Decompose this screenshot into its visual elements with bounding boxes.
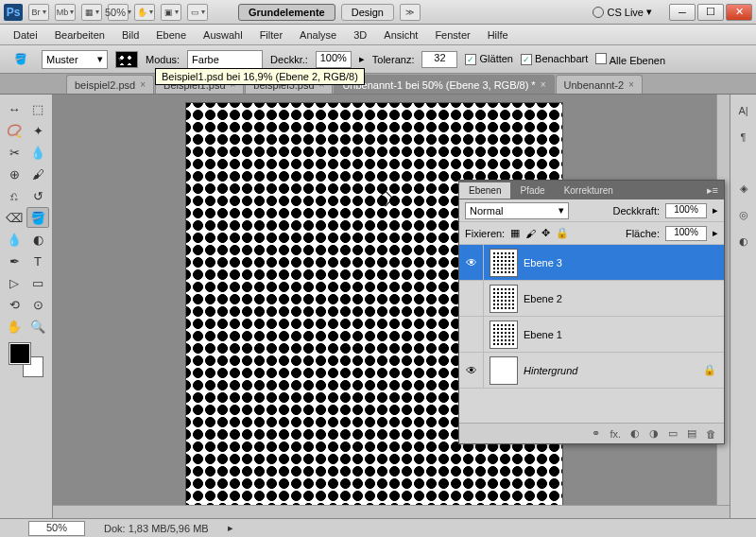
layer-name[interactable]: Hintergrund (524, 365, 577, 376)
heal-tool[interactable]: ⊕ (3, 164, 26, 184)
workspace-more-button[interactable]: ≫ (400, 4, 421, 21)
layer-thumb[interactable] (490, 320, 518, 349)
screen-mode-button[interactable]: ▭ (187, 4, 208, 21)
layer-name[interactable]: Ebene 3 (524, 257, 562, 268)
eraser-tool[interactable]: ⌫ (3, 207, 26, 228)
lock-position-icon[interactable]: ✥ (541, 227, 550, 239)
layer-thumb[interactable] (490, 356, 518, 385)
character-panel-icon[interactable]: A| (733, 100, 754, 121)
tab-beispiel2[interactable]: beispiel2.psd× (66, 75, 154, 94)
cslive-button[interactable]: CS Live ▾ (587, 4, 658, 20)
menu-bearbeiten[interactable]: Bearbeiten (47, 26, 112, 43)
zoom-tool[interactable]: 🔍 (26, 316, 49, 337)
group-icon[interactable]: ▭ (668, 427, 678, 440)
layer-name[interactable]: Ebene 1 (524, 329, 562, 340)
blend-mode-select[interactable]: Normal▾ (465, 202, 569, 219)
mask-icon[interactable]: ◐ (630, 427, 640, 440)
3d-camera-tool[interactable]: ⊙ (26, 294, 49, 315)
menu-datei[interactable]: Datei (6, 26, 45, 43)
channels-panel-icon[interactable]: ◎ (733, 204, 754, 225)
tolerance-input[interactable]: 32 (421, 51, 457, 68)
visibility-toggle[interactable]: 👁 (459, 245, 484, 280)
antialias-checkbox[interactable]: ✓ Glätten (465, 53, 513, 65)
move-tool[interactable]: ↔ (3, 98, 26, 119)
menu-ansicht[interactable]: Ansicht (376, 26, 425, 43)
minibridge-button[interactable]: Mb (55, 4, 76, 21)
visibility-toggle[interactable] (459, 317, 484, 352)
brush-tool[interactable]: 🖌 (26, 164, 49, 184)
panel-menu-icon[interactable]: ▸≡ (701, 184, 724, 197)
menu-bild[interactable]: Bild (114, 26, 146, 43)
pattern-swatch[interactable] (115, 51, 138, 68)
eyedropper-tool[interactable]: 💧 (26, 142, 49, 163)
paths-panel-icon[interactable]: ◐ (733, 231, 754, 251)
stamp-tool[interactable]: ⎌ (3, 185, 26, 206)
close-icon[interactable]: × (541, 79, 546, 90)
panel-tab-pfade[interactable]: Pfade (510, 182, 554, 199)
zoom-input[interactable]: 50% (28, 521, 85, 536)
layer-row[interactable]: Ebene 2 (459, 281, 724, 317)
contiguous-checkbox[interactable]: ✓ Benachbart (521, 53, 588, 65)
workspace-grundelemente[interactable]: Grundelemente (238, 4, 335, 21)
panel-tab-ebenen[interactable]: Ebenen (459, 182, 510, 199)
menu-analyse[interactable]: Analyse (292, 26, 344, 43)
minimize-button[interactable]: ─ (669, 4, 696, 21)
fg-color-swatch[interactable] (9, 343, 30, 364)
trash-icon[interactable]: 🗑 (706, 428, 716, 440)
tab-unbenannt1[interactable]: Unbenannt-1 bei 50% (Ebene 3, RGB/8) *× (334, 75, 554, 94)
new-layer-icon[interactable]: ▤ (687, 427, 696, 440)
mode-select[interactable]: Farbe (187, 50, 263, 69)
zoom-dropdown[interactable]: 50% (108, 4, 129, 21)
menu-ebene[interactable]: Ebene (148, 26, 194, 43)
layer-row[interactable]: Ebene 1 (459, 317, 724, 353)
menu-filter[interactable]: Filter (252, 26, 290, 43)
lock-pixels-icon[interactable]: 🖌 (525, 228, 536, 239)
close-button[interactable]: ✕ (726, 4, 752, 21)
layer-row[interactable]: 👁 Ebene 3 (459, 245, 724, 281)
wand-tool[interactable]: ✦ (26, 120, 49, 141)
arrange-button[interactable]: ▣ (161, 4, 181, 21)
visibility-toggle[interactable] (459, 281, 484, 316)
fx-icon[interactable]: fx. (610, 428, 621, 440)
shape-tool[interactable]: ▭ (26, 272, 49, 293)
menu-hilfe[interactable]: Hilfe (480, 26, 516, 43)
hand-tool[interactable]: ✋ (3, 316, 26, 337)
adjustment-icon[interactable]: ◑ (649, 427, 659, 440)
horizontal-scrollbar[interactable] (53, 505, 730, 518)
type-tool[interactable]: T (26, 251, 49, 271)
hand-tool-button[interactable]: ✋ (134, 4, 155, 21)
layer-thumb[interactable] (490, 285, 518, 313)
layers-panel-icon[interactable]: ◈ (733, 178, 754, 199)
tab-unbenannt2[interactable]: Unbenannt-2× (556, 75, 643, 94)
path-tool[interactable]: ▷ (3, 272, 26, 293)
fill-source-select[interactable]: Muster▾ (42, 50, 108, 69)
opacity-input[interactable]: 100% (316, 51, 352, 68)
layer-fill-input[interactable]: 100% (665, 226, 707, 241)
color-swatches[interactable] (9, 343, 43, 377)
dodge-tool[interactable]: ◐ (26, 229, 49, 250)
workspace-design[interactable]: Design (341, 4, 394, 21)
lasso-tool[interactable]: 📿 (3, 120, 26, 141)
layer-row[interactable]: 👁 Hintergrund 🔒 (459, 353, 724, 389)
layer-thumb[interactable] (490, 249, 518, 277)
crop-tool[interactable]: ✂ (3, 142, 26, 163)
bridge-button[interactable]: Br (28, 4, 49, 21)
lock-transparency-icon[interactable]: ▦ (510, 227, 520, 239)
close-icon[interactable]: × (140, 79, 146, 90)
lock-all-icon[interactable]: 🔒 (556, 227, 569, 239)
visibility-toggle[interactable]: 👁 (459, 353, 484, 388)
layer-opacity-input[interactable]: 100% (665, 203, 707, 218)
menu-auswahl[interactable]: Auswahl (196, 26, 250, 43)
maximize-button[interactable]: ☐ (697, 4, 724, 21)
3d-tool[interactable]: ⟲ (3, 294, 26, 315)
close-icon[interactable]: × (628, 79, 634, 90)
history-brush-tool[interactable]: ↺ (26, 185, 49, 206)
marquee-tool[interactable]: ⬚ (26, 98, 49, 119)
blur-tool[interactable]: 💧 (3, 229, 26, 250)
all-layers-checkbox[interactable]: Alle Ebenen (595, 53, 665, 66)
panel-tab-korrekturen[interactable]: Korrekturen (555, 182, 623, 199)
bucket-tool[interactable]: 🪣 (26, 207, 49, 228)
menu-fenster[interactable]: Fenster (427, 26, 477, 43)
pen-tool[interactable]: ✒ (3, 251, 26, 271)
view-extras-button[interactable]: ▦ (81, 4, 102, 21)
